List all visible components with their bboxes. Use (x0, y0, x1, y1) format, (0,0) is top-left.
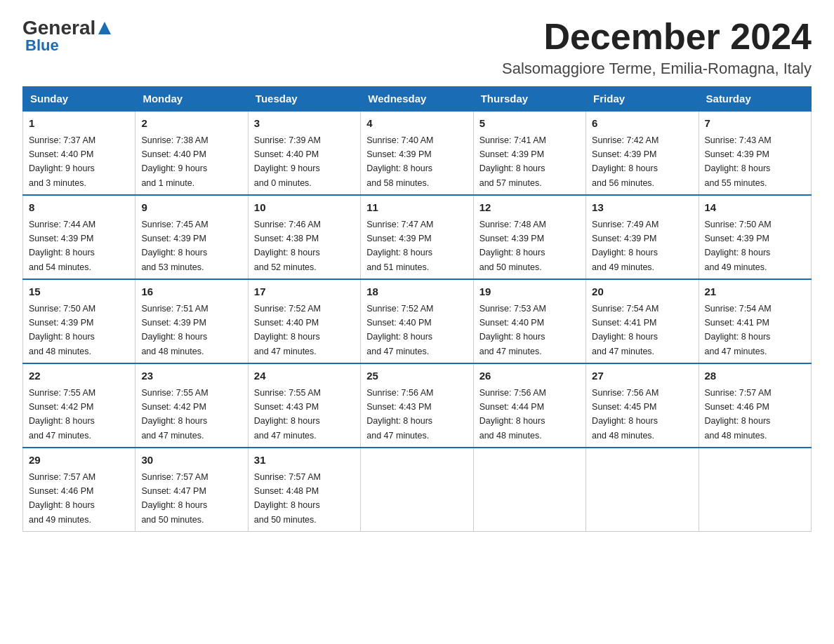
calendar-cell (361, 448, 473, 532)
day-number: 8 (29, 200, 129, 216)
day-number: 1 (29, 116, 129, 132)
calendar-cell: 20 Sunrise: 7:54 AMSunset: 4:41 PMDaylig… (586, 279, 699, 363)
day-info: Sunrise: 7:55 AMSunset: 4:42 PMDaylight:… (29, 388, 95, 441)
calendar-cell: 4 Sunrise: 7:40 AMSunset: 4:39 PMDayligh… (361, 111, 473, 195)
day-number: 15 (29, 284, 129, 300)
day-info: Sunrise: 7:41 AMSunset: 4:39 PMDaylight:… (479, 135, 546, 188)
calendar-cell: 31 Sunrise: 7:57 AMSunset: 4:48 PMDaylig… (248, 448, 360, 532)
col-header-friday: Friday (586, 87, 699, 112)
day-number: 30 (141, 452, 241, 469)
calendar-week-row: 29 Sunrise: 7:57 AMSunset: 4:46 PMDaylig… (23, 448, 812, 532)
calendar-week-row: 15 Sunrise: 7:50 AMSunset: 4:39 PMDaylig… (23, 279, 812, 363)
day-info: Sunrise: 7:57 AMSunset: 4:46 PMDaylight:… (705, 388, 772, 441)
day-number: 2 (141, 116, 241, 132)
calendar-cell: 14 Sunrise: 7:50 AMSunset: 4:39 PMDaylig… (699, 195, 811, 279)
day-info: Sunrise: 7:40 AMSunset: 4:39 PMDaylight:… (366, 135, 433, 188)
title-area: December 2024 Salsomaggiore Terme, Emili… (502, 17, 812, 78)
col-header-thursday: Thursday (473, 87, 585, 112)
logo: General Blue (22, 17, 112, 55)
day-info: Sunrise: 7:57 AMSunset: 4:48 PMDaylight:… (254, 472, 321, 525)
calendar-cell: 1 Sunrise: 7:37 AMSunset: 4:40 PMDayligh… (23, 111, 135, 195)
day-info: Sunrise: 7:42 AMSunset: 4:39 PMDaylight:… (592, 135, 658, 188)
calendar-cell: 10 Sunrise: 7:46 AMSunset: 4:38 PMDaylig… (248, 195, 360, 279)
day-info: Sunrise: 7:57 AMSunset: 4:47 PMDaylight:… (141, 472, 208, 525)
calendar-cell: 16 Sunrise: 7:51 AMSunset: 4:39 PMDaylig… (135, 279, 248, 363)
calendar-cell: 23 Sunrise: 7:55 AMSunset: 4:42 PMDaylig… (135, 363, 248, 448)
day-number: 24 (254, 368, 355, 384)
calendar-cell: 24 Sunrise: 7:55 AMSunset: 4:43 PMDaylig… (248, 363, 360, 448)
day-info: Sunrise: 7:55 AMSunset: 4:43 PMDaylight:… (254, 388, 321, 441)
day-number: 22 (29, 368, 129, 384)
day-number: 23 (141, 368, 241, 384)
col-header-tuesday: Tuesday (248, 87, 360, 112)
day-number: 16 (141, 284, 241, 300)
day-number: 10 (254, 200, 355, 216)
day-info: Sunrise: 7:46 AMSunset: 4:38 PMDaylight:… (254, 220, 321, 272)
day-info: Sunrise: 7:47 AMSunset: 4:39 PMDaylight:… (366, 220, 433, 272)
col-header-saturday: Saturday (699, 87, 811, 112)
day-info: Sunrise: 7:43 AMSunset: 4:39 PMDaylight:… (705, 135, 772, 188)
day-info: Sunrise: 7:54 AMSunset: 4:41 PMDaylight:… (705, 304, 772, 356)
calendar-cell: 8 Sunrise: 7:44 AMSunset: 4:39 PMDayligh… (23, 195, 135, 279)
calendar-cell: 15 Sunrise: 7:50 AMSunset: 4:39 PMDaylig… (23, 279, 135, 363)
day-number: 31 (254, 452, 355, 469)
calendar-cell: 19 Sunrise: 7:53 AMSunset: 4:40 PMDaylig… (473, 279, 585, 363)
calendar-cell: 25 Sunrise: 7:56 AMSunset: 4:43 PMDaylig… (361, 363, 473, 448)
calendar-cell: 2 Sunrise: 7:38 AMSunset: 4:40 PMDayligh… (135, 111, 248, 195)
day-number: 29 (29, 452, 129, 469)
day-info: Sunrise: 7:44 AMSunset: 4:39 PMDaylight:… (29, 220, 95, 272)
day-number: 26 (479, 368, 580, 384)
calendar-cell (586, 448, 699, 532)
day-number: 13 (592, 200, 692, 216)
calendar-cell: 26 Sunrise: 7:56 AMSunset: 4:44 PMDaylig… (473, 363, 585, 448)
calendar-cell: 22 Sunrise: 7:55 AMSunset: 4:42 PMDaylig… (23, 363, 135, 448)
day-info: Sunrise: 7:56 AMSunset: 4:45 PMDaylight:… (592, 388, 658, 441)
day-number: 11 (366, 200, 467, 216)
day-number: 6 (592, 116, 692, 132)
calendar-header-row: SundayMondayTuesdayWednesdayThursdayFrid… (23, 87, 812, 112)
day-info: Sunrise: 7:57 AMSunset: 4:46 PMDaylight:… (29, 472, 95, 525)
logo-blue: Blue (22, 36, 59, 55)
day-info: Sunrise: 7:49 AMSunset: 4:39 PMDaylight:… (592, 220, 658, 272)
calendar-cell (699, 448, 811, 532)
day-number: 25 (366, 368, 467, 384)
day-number: 7 (705, 116, 805, 132)
col-header-wednesday: Wednesday (361, 87, 473, 112)
calendar-cell (473, 448, 585, 532)
calendar-cell: 13 Sunrise: 7:49 AMSunset: 4:39 PMDaylig… (586, 195, 699, 279)
calendar-cell: 18 Sunrise: 7:52 AMSunset: 4:40 PMDaylig… (361, 279, 473, 363)
day-number: 28 (705, 368, 805, 384)
day-info: Sunrise: 7:50 AMSunset: 4:39 PMDaylight:… (705, 220, 772, 272)
day-info: Sunrise: 7:37 AMSunset: 4:40 PMDaylight:… (29, 135, 95, 188)
calendar-cell: 28 Sunrise: 7:57 AMSunset: 4:46 PMDaylig… (699, 363, 811, 448)
day-info: Sunrise: 7:54 AMSunset: 4:41 PMDaylight:… (592, 304, 658, 356)
day-number: 14 (705, 200, 805, 216)
calendar-week-row: 22 Sunrise: 7:55 AMSunset: 4:42 PMDaylig… (23, 363, 812, 448)
day-info: Sunrise: 7:56 AMSunset: 4:43 PMDaylight:… (366, 388, 433, 441)
day-info: Sunrise: 7:48 AMSunset: 4:39 PMDaylight:… (479, 220, 546, 272)
calendar-cell: 7 Sunrise: 7:43 AMSunset: 4:39 PMDayligh… (699, 111, 811, 195)
page-header: General Blue December 2024 Salsomaggiore… (22, 17, 812, 78)
day-number: 12 (479, 200, 580, 216)
calendar-cell: 27 Sunrise: 7:56 AMSunset: 4:45 PMDaylig… (586, 363, 699, 448)
calendar-week-row: 1 Sunrise: 7:37 AMSunset: 4:40 PMDayligh… (23, 111, 812, 195)
day-number: 27 (592, 368, 692, 384)
day-number: 5 (479, 116, 580, 132)
calendar-cell: 11 Sunrise: 7:47 AMSunset: 4:39 PMDaylig… (361, 195, 473, 279)
day-info: Sunrise: 7:55 AMSunset: 4:42 PMDaylight:… (141, 388, 208, 441)
calendar-table: SundayMondayTuesdayWednesdayThursdayFrid… (22, 86, 812, 532)
day-number: 18 (366, 284, 467, 300)
calendar-cell: 5 Sunrise: 7:41 AMSunset: 4:39 PMDayligh… (473, 111, 585, 195)
day-info: Sunrise: 7:39 AMSunset: 4:40 PMDaylight:… (254, 135, 321, 188)
svg-marker-0 (98, 22, 111, 34)
month-title: December 2024 (502, 17, 812, 57)
calendar-cell: 12 Sunrise: 7:48 AMSunset: 4:39 PMDaylig… (473, 195, 585, 279)
calendar-cell: 30 Sunrise: 7:57 AMSunset: 4:47 PMDaylig… (135, 448, 248, 532)
day-info: Sunrise: 7:50 AMSunset: 4:39 PMDaylight:… (29, 304, 95, 356)
calendar-cell: 3 Sunrise: 7:39 AMSunset: 4:40 PMDayligh… (248, 111, 360, 195)
day-info: Sunrise: 7:51 AMSunset: 4:39 PMDaylight:… (141, 304, 208, 356)
logo-triangle-icon (97, 20, 112, 36)
day-number: 4 (366, 116, 467, 132)
day-info: Sunrise: 7:45 AMSunset: 4:39 PMDaylight:… (141, 220, 208, 272)
location-title: Salsomaggiore Terme, Emilia-Romagna, Ita… (502, 60, 812, 78)
